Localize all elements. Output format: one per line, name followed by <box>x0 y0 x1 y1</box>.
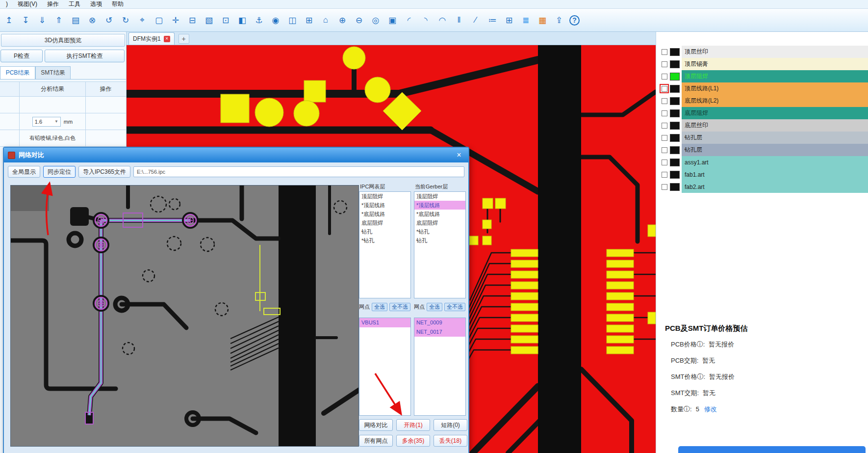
measure-spacing-icon[interactable]: ‖ <box>453 14 465 27</box>
gerber-select-none-button[interactable]: 全不选 <box>444 303 465 311</box>
ipc-select-none-button[interactable]: 全不选 <box>389 303 410 311</box>
layer-visibility-checkbox[interactable] <box>662 172 667 178</box>
ipc-layer-item[interactable]: 钻孔 <box>359 227 410 236</box>
layer-visibility-checkbox[interactable] <box>662 98 667 104</box>
modify-quantity-link[interactable]: 修改 <box>704 405 717 414</box>
layer-label[interactable]: assy1.art <box>682 156 868 168</box>
layer-visibility-checkbox[interactable] <box>662 147 667 153</box>
menu-item[interactable]: 工具 <box>64 0 85 8</box>
layer-color-swatch[interactable] <box>670 146 680 154</box>
gerber-net-item[interactable]: NET_0009 <box>414 318 465 327</box>
ipc-net-item[interactable]: VBUS1 <box>359 318 410 327</box>
layer-color-swatch[interactable] <box>670 48 680 56</box>
color-scale-icon[interactable]: ▦ <box>536 14 549 27</box>
copper-pour-icon[interactable]: ▧ <box>203 14 215 27</box>
layer-label[interactable]: 钻孔层 <box>682 132 868 144</box>
redo-icon[interactable]: ↻ <box>119 14 132 27</box>
thickness-dropdown[interactable]: 1.6 ▼ <box>32 117 61 127</box>
netlist-icon[interactable]: ≔ <box>486 14 499 27</box>
measure-ruler-icon[interactable]: ∕ <box>469 14 482 27</box>
tab-close-icon[interactable]: × <box>164 36 170 42</box>
arc-tool-icon[interactable]: ◠ <box>436 14 449 27</box>
layer-visibility-checkbox[interactable] <box>662 61 667 67</box>
delete-icon[interactable]: ⊟ <box>186 14 199 27</box>
move-icon[interactable]: ✛ <box>169 14 182 27</box>
dfm-check-icon[interactable]: ⊡ <box>219 14 232 27</box>
gerber-layer-item[interactable]: 顶层阻焊 <box>414 192 465 201</box>
layer-compare-icon[interactable]: ◫ <box>286 14 299 27</box>
menu-item[interactable]: ) <box>1 0 13 8</box>
compare-action-button[interactable]: 网络对比 <box>359 419 393 431</box>
menu-item[interactable]: 操作 <box>42 0 64 8</box>
compare-action-button[interactable]: 丢失(18) <box>434 435 467 447</box>
gbr-export-icon[interactable]: ↥ <box>2 14 15 27</box>
dxf-import-icon[interactable]: ⇑ <box>52 14 65 27</box>
locate-icon[interactable]: ◎ <box>369 14 382 27</box>
origin-pin-icon[interactable]: ⚓ <box>253 14 265 27</box>
result-tab[interactable]: PCB结果 <box>0 66 35 79</box>
menu-item[interactable]: 帮助 <box>107 0 128 8</box>
mirror-flip-icon[interactable]: ◧ <box>236 14 249 27</box>
layer-visibility-checkbox[interactable] <box>662 184 667 190</box>
gerber-layer-item[interactable]: *顶层线路 <box>414 201 465 210</box>
ipc-layer-item[interactable]: 顶层阻焊 <box>359 192 410 201</box>
menu-item[interactable]: 视图(V) <box>13 0 42 8</box>
export-image-icon[interactable]: ⇪ <box>553 14 565 27</box>
grid-panel-icon[interactable]: ⊞ <box>503 14 515 27</box>
layers-stack-icon[interactable]: ≣ <box>519 14 532 27</box>
arc-ccw-icon[interactable]: ◜ <box>403 14 415 27</box>
gerber-layer-item[interactable]: 底层阻焊 <box>414 218 465 227</box>
layer-label[interactable]: fab2.art <box>682 181 868 193</box>
gerber-preview-viewport[interactable] <box>10 185 359 447</box>
layer-color-swatch[interactable] <box>670 122 680 130</box>
compare-action-button[interactable]: 开路(1) <box>396 419 430 431</box>
layer-visibility-checkbox[interactable] <box>662 49 667 55</box>
gerber-layer-item[interactable]: 钻孔 <box>414 236 465 245</box>
tab-dfm-example[interactable]: DFM实例1 × <box>128 32 175 45</box>
layer-color-swatch[interactable] <box>670 109 680 117</box>
new-tab-button[interactable]: + <box>179 34 189 44</box>
ipc-select-all-button[interactable]: 全选 <box>372 303 387 311</box>
gerber-layer-item[interactable]: *钻孔 <box>414 227 465 236</box>
global-display-button[interactable]: 全局显示 <box>8 166 40 178</box>
layer-color-swatch[interactable] <box>670 97 680 105</box>
ipc-layer-item[interactable]: *顶层线路 <box>359 201 410 210</box>
layer-color-swatch[interactable] <box>670 60 680 68</box>
gerber-layer-item[interactable]: *底层线路 <box>414 210 465 218</box>
layer-label[interactable]: 底层线路(L2) <box>682 95 868 107</box>
zoom-in-icon[interactable]: ⊕ <box>336 14 349 27</box>
layer-color-swatch[interactable] <box>670 171 680 179</box>
layer-visibility-checkbox[interactable] <box>662 74 667 80</box>
ipc-layer-item[interactable]: *钻孔 <box>359 236 410 245</box>
compare-action-button[interactable]: 所有网点 <box>359 435 393 447</box>
help-icon[interactable]: ? <box>569 15 580 26</box>
layer-color-swatch[interactable] <box>670 183 680 191</box>
3d-preview-header[interactable]: 3D仿真图预览 <box>1 34 125 47</box>
layer-color-swatch[interactable] <box>670 73 680 80</box>
layer-label[interactable]: 钻孔层 <box>682 144 868 156</box>
layer-visibility-checkbox[interactable] <box>662 110 667 116</box>
layer-label[interactable]: 顶层线路(L1) <box>682 82 868 95</box>
layer-label[interactable]: 顶层阻焊 <box>682 70 868 82</box>
ipc-layer-item[interactable]: *底层线路 <box>359 210 410 218</box>
gbr-import-icon[interactable]: ↧ <box>19 14 32 27</box>
layer-color-swatch[interactable] <box>670 159 680 166</box>
layer-color-swatch[interactable] <box>670 134 680 142</box>
panel-frame-icon[interactable]: ⊞ <box>303 14 315 27</box>
compare-action-button[interactable]: 短路(0) <box>434 419 467 431</box>
open-file-icon[interactable]: ▤ <box>69 14 82 27</box>
layer-label[interactable]: 顶层锡膏 <box>682 58 868 70</box>
menu-item[interactable]: 选项 <box>85 0 107 8</box>
layer-visibility-checkbox[interactable] <box>662 135 667 141</box>
highlight-eye-icon[interactable]: ◉ <box>269 14 282 27</box>
board-outline-icon[interactable]: ▢ <box>153 14 165 27</box>
layer-color-swatch[interactable] <box>670 85 680 93</box>
layer-label[interactable]: 底层阻焊 <box>682 107 868 119</box>
close-icon[interactable]: × <box>454 151 464 160</box>
layer-label[interactable]: fab1.art <box>682 168 868 181</box>
layer-visibility-checkbox[interactable] <box>662 160 667 165</box>
layer-visibility-checkbox[interactable] <box>662 123 667 129</box>
layer-label[interactable]: 底层丝印 <box>682 119 868 132</box>
result-tab[interactable]: SMT结果 <box>35 66 71 79</box>
close-file-icon[interactable]: ⊗ <box>86 14 99 27</box>
